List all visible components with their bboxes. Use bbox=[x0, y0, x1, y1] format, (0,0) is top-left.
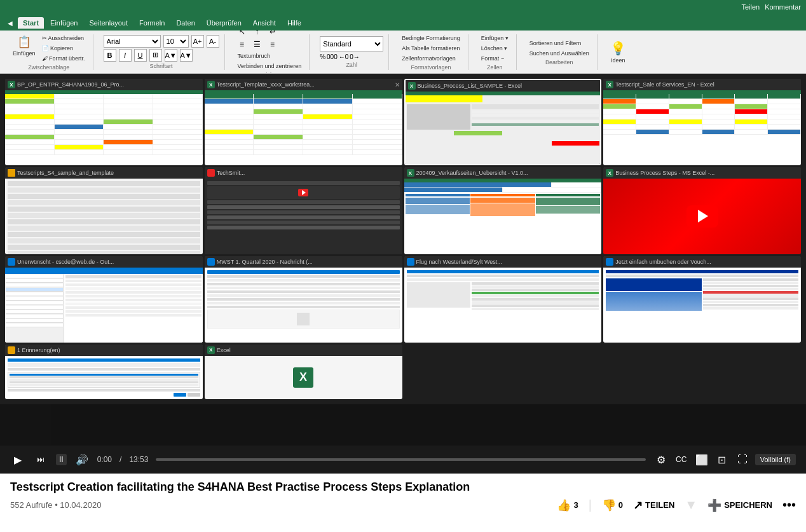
excel-preview-2 bbox=[205, 90, 402, 165]
skip-forward-button[interactable]: ⏭ bbox=[33, 452, 48, 467]
tab-ansicht[interactable]: Ansicht bbox=[248, 17, 281, 29]
time-total: 13:53 bbox=[129, 455, 148, 464]
font-decrease-button[interactable]: A- bbox=[207, 35, 219, 48]
techsmith-icon bbox=[207, 169, 215, 177]
tab-formeln[interactable]: Formeln bbox=[134, 17, 170, 29]
thumb-preview-10 bbox=[205, 268, 402, 343]
view-count: 552 Aufrufe bbox=[10, 500, 53, 510]
youtube-play-area[interactable] bbox=[603, 179, 801, 254]
thumbnail-bpl-active[interactable]: X Business_Process_List_SAMPLE - Excel bbox=[404, 79, 602, 165]
thumb-titlebar-10: MWST 1. Quartal 2020 - Nachricht (... bbox=[205, 256, 402, 268]
border-button[interactable]: ⊞ bbox=[149, 49, 162, 62]
thumbnail-excel-blank[interactable]: X Excel X bbox=[205, 344, 402, 399]
settings-button[interactable]: ⚙ bbox=[653, 452, 669, 467]
thumb-title-12: Jetzt einfach umbuchen oder Vouch... bbox=[615, 259, 798, 265]
fullscreen-button[interactable]: ⛶ bbox=[735, 452, 750, 467]
more-options-button[interactable]: ••• bbox=[782, 498, 796, 512]
number-format-select[interactable]: Standard bbox=[320, 36, 383, 51]
font-family-select[interactable]: Arial bbox=[104, 35, 161, 48]
share-button[interactable]: Teilen bbox=[741, 3, 760, 11]
video-title: Testscript Creation facilitating the S4H… bbox=[10, 481, 796, 494]
excel-preview-7 bbox=[404, 179, 602, 254]
excel-icon-14: X bbox=[207, 346, 215, 354]
thumbnail-flug-browser[interactable]: Flug nach Westerland/Sylt West... bbox=[404, 256, 602, 343]
format-table-button[interactable]: Als Tabelle formatieren bbox=[399, 44, 463, 53]
excel-preview-1 bbox=[5, 90, 203, 165]
bold-button[interactable]: B bbox=[104, 49, 116, 62]
delete-cells-button[interactable]: Löschen ▾ bbox=[479, 44, 511, 53]
share-label: TEILEN bbox=[645, 500, 674, 510]
comment-button[interactable]: Kommentar bbox=[765, 3, 801, 11]
underline-button[interactable]: U bbox=[134, 49, 147, 62]
tab-start[interactable]: Start bbox=[18, 17, 44, 29]
thumbs-down-icon: 👎 bbox=[602, 498, 616, 512]
save-icon: ➕ bbox=[707, 498, 721, 512]
ideas-button[interactable]: 💡 Ideen bbox=[608, 39, 629, 65]
save-video-button[interactable]: ➕ SPEICHERN bbox=[707, 498, 772, 512]
subtitles-button[interactable]: CC bbox=[674, 452, 689, 467]
font-size-select[interactable]: 10 bbox=[163, 35, 189, 48]
find-select-button[interactable]: Suchen und Auswählen bbox=[527, 49, 592, 58]
video-stats: 552 Aufrufe • 10.04.2020 bbox=[10, 500, 101, 510]
close-thumb-2[interactable]: ✕ bbox=[395, 81, 400, 88]
share-video-button[interactable]: ↗ TEILEN bbox=[633, 498, 674, 512]
align-left-button[interactable]: ≡ bbox=[235, 39, 249, 50]
font-increase-button[interactable]: A+ bbox=[191, 35, 204, 48]
ribbon-top-bar: Teilen Kommentar bbox=[0, 0, 806, 14]
align-top-left-button[interactable]: ↖ bbox=[235, 31, 249, 38]
thumbnail-verkauf[interactable]: X 200409_Verkaufsseiten_Uebersicht - V1.… bbox=[404, 167, 602, 254]
copy-button[interactable]: 📄 Kopieren bbox=[39, 44, 88, 53]
cell-styles-button[interactable]: Zellenformatvorlagen bbox=[399, 54, 463, 63]
miniplayer-button[interactable]: ⊡ bbox=[714, 452, 730, 467]
conditional-format-button[interactable]: Bedingte Formatierung bbox=[399, 34, 463, 43]
insert-cells-button[interactable]: Einfügen ▾ bbox=[479, 34, 511, 43]
play-triangle-icon bbox=[698, 210, 708, 222]
wrap-text-button[interactable]: ↵ bbox=[266, 31, 280, 38]
thumbnail-bp-excel[interactable]: X BP_OP_ENTPR_S4HANA1909_06_Pro... bbox=[5, 79, 203, 165]
player-controls: ▶ ⏭ II 🔊 0:00 / 13:53 ⚙ CC ⬜ ⊡ ⛶ Vollbil… bbox=[0, 446, 806, 474]
play-pause-button[interactable]: ▶ bbox=[10, 452, 25, 467]
theater-button[interactable]: ⬜ bbox=[694, 452, 709, 467]
time-separator: / bbox=[120, 455, 121, 464]
thumb-titlebar-6: TechSmit... bbox=[205, 167, 402, 179]
volume-button[interactable]: 🔊 bbox=[74, 452, 90, 467]
thumbnail-sale-services[interactable]: X Testscript_Sale of Services_EN - Excel bbox=[603, 79, 801, 165]
thumb-titlebar-1: X BP_OP_ENTPR_S4HANA1909_06_Pro... bbox=[5, 79, 203, 90]
align-center-button[interactable]: ☰ bbox=[250, 39, 264, 50]
thumbnail-reminder[interactable]: 1 Erinnerung(en) bbox=[5, 344, 203, 399]
wrap-text-label-button[interactable]: Textumbruch bbox=[235, 51, 273, 60]
thumb-title-5: Testscripts_S4_sample_and_template bbox=[17, 170, 200, 176]
thumbnail-outlook-unerwuenscht[interactable]: Unerwünscht - cscde@web.de - Out... bbox=[5, 256, 203, 343]
tab-einfuegen[interactable]: Einfügen bbox=[45, 17, 83, 29]
format-paint-button[interactable]: 🖌 Format übertr. bbox=[39, 54, 88, 63]
thumb-title-7: 200409_Verkaufsseiten_Uebersicht - V1.0.… bbox=[416, 170, 599, 176]
tab-datei[interactable]: ◀ bbox=[4, 18, 17, 28]
tab-seitenlayout[interactable]: Seitenlayout bbox=[85, 17, 133, 29]
thumbnail-folder[interactable]: Testscripts_S4_sample_and_template bbox=[5, 167, 203, 254]
dislike-button[interactable]: 👎 0 bbox=[602, 498, 623, 512]
align-right-button[interactable]: ≡ bbox=[266, 39, 280, 50]
merge-center-button[interactable]: Verbinden und zentrieren bbox=[235, 62, 304, 71]
tab-daten[interactable]: Daten bbox=[171, 17, 200, 29]
thumbnail-youtube-bps[interactable]: X Business Process Steps - MS Excel -... bbox=[603, 167, 801, 254]
fill-color-button[interactable]: A▼ bbox=[165, 49, 177, 62]
thumbnail-techsmith[interactable]: TechSmit... bbox=[205, 167, 402, 254]
sort-filter-button[interactable]: Sortieren und Filtern bbox=[527, 39, 592, 48]
vollbild-button[interactable]: Vollbild (f) bbox=[755, 454, 796, 465]
align-top-center-button[interactable]: ↑ bbox=[250, 31, 264, 38]
font-controls: Arial 10 A+ A- B I U ⊞ A▼ A▼ bbox=[104, 35, 219, 62]
youtube-play-button[interactable] bbox=[686, 205, 718, 228]
email-icon-10 bbox=[207, 258, 215, 266]
tab-hilfe[interactable]: Hilfe bbox=[282, 17, 306, 29]
like-button[interactable]: 👍 3 bbox=[557, 498, 578, 512]
font-color-button[interactable]: A▼ bbox=[180, 49, 193, 62]
thumbnail-mwst-email[interactable]: MWST 1. Quartal 2020 - Nachricht (... bbox=[205, 256, 402, 343]
tab-ueberpruefen[interactable]: Überprüfen bbox=[202, 17, 247, 29]
paste-button[interactable]: 📋 Einfügen bbox=[10, 34, 38, 63]
progress-bar[interactable] bbox=[156, 458, 645, 461]
format-cells-button[interactable]: Format ~ bbox=[479, 54, 511, 63]
italic-button[interactable]: I bbox=[119, 49, 132, 62]
cut-button[interactable]: ✂ Ausschneiden bbox=[39, 34, 88, 43]
thumbnail-voucher[interactable]: Jetzt einfach umbuchen oder Vouch... bbox=[603, 256, 801, 343]
thumbnail-testscript-template[interactable]: X Testscript_Template_xxxx_workstrea... … bbox=[205, 79, 402, 165]
